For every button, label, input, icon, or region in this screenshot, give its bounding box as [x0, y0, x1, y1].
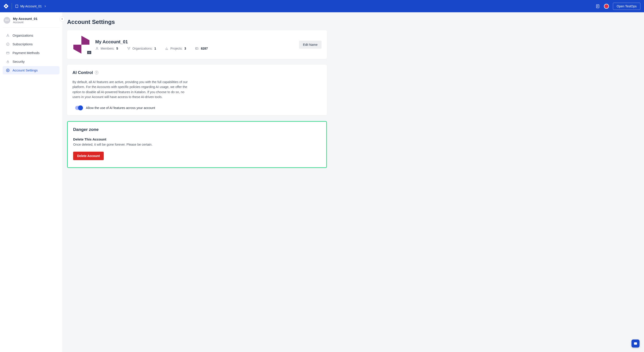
sidebar-item-payment-methods[interactable]: Payment Methods	[3, 49, 60, 57]
sidebar-item-label: Subscriptions	[12, 42, 33, 46]
svg-point-19	[130, 47, 130, 48]
breadcrumb-label: My Account_01	[20, 4, 42, 8]
upload-avatar-button[interactable]	[87, 50, 92, 54]
help-icon[interactable]: ?	[95, 71, 98, 74]
topbar-left: My Account_01	[4, 3, 47, 9]
ai-control-card: AI Control ? By default, all AI features…	[67, 65, 327, 115]
stat-organizations: Organizations: 1	[127, 47, 156, 50]
sidebar-item-account-settings[interactable]: Account Settings	[3, 66, 60, 74]
sidebar-nav: Organizations Subscriptions Payment Meth…	[3, 31, 60, 74]
stat-value: 8287	[201, 47, 208, 50]
security-icon	[6, 60, 10, 63]
ai-control-description: By default, all AI features are active, …	[72, 80, 193, 100]
stat-label: Projects:	[170, 47, 182, 50]
section-title-text: AI Control	[72, 70, 93, 75]
account-avatar-wrap	[72, 36, 90, 54]
sidebar-item-security[interactable]: Security	[3, 57, 60, 66]
svg-point-18	[128, 47, 128, 48]
settings-icon	[6, 69, 10, 72]
account-name: My Account_01	[95, 39, 294, 44]
account-info: My Account_01 Members: 5 Organizations: …	[95, 39, 294, 50]
stat-id: ID: 8287	[195, 47, 208, 50]
danger-zone-card: Danger zone Delete This Account Once del…	[67, 121, 327, 168]
delete-account-description: Once deleted, it will be gone forever. P…	[73, 143, 321, 146]
sidebar-item-label: Security	[12, 60, 24, 63]
sidebar-header: MA My Account_01 Account	[3, 16, 60, 28]
account-avatar: MA	[4, 17, 10, 24]
org-avatar-icon[interactable]	[604, 4, 609, 9]
svg-rect-13	[6, 52, 9, 54]
user-icon	[95, 47, 99, 50]
app-logo-icon[interactable]	[4, 4, 8, 9]
open-testops-button[interactable]: Open TestOps	[613, 3, 640, 10]
stat-value: 5	[116, 47, 118, 50]
main-content: Account Settings My Account_01 Members:	[62, 12, 644, 352]
stat-members: Members: 5	[95, 47, 118, 50]
stat-label: Organizations:	[132, 47, 152, 50]
stat-label: Members:	[100, 47, 114, 50]
collapse-sidebar-button[interactable]	[60, 16, 65, 22]
stat-label: ID:	[195, 47, 199, 50]
breadcrumb[interactable]: My Account_01	[15, 4, 47, 8]
svg-rect-15	[7, 61, 9, 63]
ai-toggle-row: Allow the use of AI features across your…	[72, 106, 322, 110]
svg-point-17	[96, 47, 98, 48]
sidebar-item-organizations[interactable]: Organizations	[3, 31, 60, 39]
organizations-icon	[6, 34, 10, 37]
svg-point-16	[8, 70, 8, 71]
org-icon	[127, 47, 130, 50]
chevron-right-icon	[44, 5, 47, 8]
subscriptions-icon	[6, 42, 10, 46]
danger-zone-title: Danger zone	[73, 127, 321, 132]
svg-point-9	[8, 34, 8, 35]
payment-icon	[6, 51, 10, 55]
sidebar-item-label: Payment Methods	[12, 51, 40, 55]
building-icon	[15, 4, 18, 8]
account-stats: Members: 5 Organizations: 1 Projects: 3	[95, 47, 294, 50]
sidebar-item-label: Organizations	[12, 33, 33, 37]
sidebar-item-label: Account Settings	[12, 68, 38, 72]
sidebar-item-subscriptions[interactable]: Subscriptions	[3, 40, 60, 48]
stat-value: 3	[184, 47, 186, 50]
delete-account-button[interactable]: Delete Account	[73, 152, 104, 160]
sidebar: MA My Account_01 Account Organizations S…	[0, 12, 62, 352]
stat-projects: Projects: 3	[165, 47, 186, 50]
ai-toggle-label: Allow the use of AI features across your…	[86, 106, 155, 110]
account-header-card: My Account_01 Members: 5 Organizations: …	[67, 30, 327, 59]
floating-help-button[interactable]: ?	[632, 340, 640, 348]
toggle-knob	[78, 105, 83, 110]
sidebar-account-name: My Account_01	[13, 17, 37, 20]
svg-point-20	[128, 49, 129, 50]
stat-value: 1	[154, 47, 156, 50]
topbar-right: Open TestOps	[596, 3, 640, 10]
page-title: Account Settings	[67, 18, 327, 25]
ai-control-title: AI Control ?	[72, 70, 322, 75]
sidebar-account-type: Account	[13, 20, 37, 24]
ai-features-toggle[interactable]	[75, 106, 83, 110]
delete-account-subtitle: Delete This Account	[73, 137, 321, 141]
docs-icon[interactable]	[596, 4, 600, 8]
chart-icon	[165, 47, 168, 50]
edit-name-button[interactable]: Edit Name	[299, 41, 322, 49]
topbar: My Account_01 Open TestOps	[0, 0, 644, 12]
svg-text:?: ?	[635, 343, 636, 345]
svg-rect-0	[16, 5, 18, 7]
